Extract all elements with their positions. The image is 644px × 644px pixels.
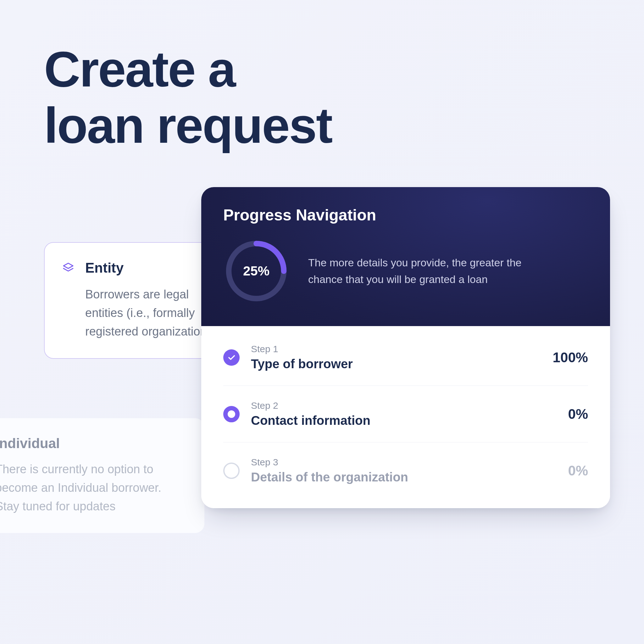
progress-ring: 25%	[223, 238, 289, 304]
step-label: Step 1	[251, 344, 541, 354]
progress-heading: Progress Navigation	[223, 206, 588, 224]
step-percent: 100%	[552, 350, 588, 365]
page-title: Create aloan request	[44, 41, 332, 153]
step-type-of-borrower[interactable]: Step 1 Type of borrower 100%	[223, 329, 588, 386]
progress-navigation-card: Progress Navigation 25% The more details…	[201, 187, 610, 508]
step-percent: 0%	[568, 463, 588, 479]
step-label: Step 2	[251, 400, 557, 411]
progress-percent-label: 25%	[223, 238, 289, 304]
layers-icon	[62, 262, 75, 274]
step-details-of-the-organization[interactable]: Step 3 Details of the organization 0%	[223, 442, 588, 499]
step-contact-information[interactable]: Step 2 Contact information 0%	[223, 386, 588, 442]
active-step-icon	[223, 406, 240, 422]
step-title: Type of borrower	[251, 357, 541, 371]
individual-heading: Individual	[0, 436, 187, 451]
progress-description: The more details you provide, the greate…	[308, 254, 535, 287]
step-title: Details of the organization	[251, 470, 557, 484]
step-label: Step 3	[251, 457, 557, 468]
entity-heading: Entity	[85, 260, 124, 276]
step-title: Contact information	[251, 414, 557, 428]
progress-steps: Step 1 Type of borrower 100% Step 2 Cont…	[201, 326, 610, 508]
progress-header: Progress Navigation 25% The more details…	[201, 187, 610, 326]
check-icon	[223, 349, 240, 366]
step-percent: 0%	[568, 406, 588, 422]
idle-step-icon	[223, 463, 240, 479]
individual-card: Individual There is currently no option …	[0, 418, 204, 533]
entity-description: Borrowers are legal entities (i.e., form…	[62, 285, 221, 341]
individual-description: There is currently no option to become a…	[0, 460, 187, 516]
